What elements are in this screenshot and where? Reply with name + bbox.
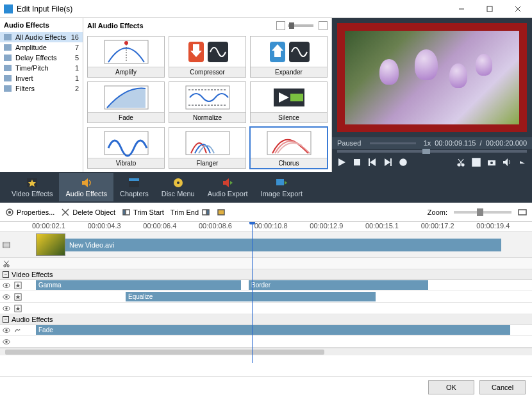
svg-marker-69 bbox=[16, 283, 21, 287]
current-time: 00:00:09.115 bbox=[435, 139, 476, 147]
svg-rect-54 bbox=[126, 210, 129, 215]
fx-clip-fade[interactable]: Fade bbox=[36, 325, 510, 335]
star-box-icon bbox=[14, 293, 22, 301]
effect-chorus[interactable]: Chorus bbox=[250, 127, 328, 169]
video-effects-section[interactable]: −Video Effects bbox=[0, 269, 532, 280]
tab-chapters[interactable]: Chapters bbox=[113, 173, 155, 201]
film-star-icon bbox=[26, 177, 38, 189]
category-invert[interactable]: Invert1 bbox=[0, 73, 83, 83]
effect-compressor[interactable]: Compressor bbox=[169, 36, 246, 78]
playhead[interactable] bbox=[252, 222, 253, 363]
eye-icon bbox=[3, 305, 10, 312]
effect-amplify[interactable]: Amplify bbox=[87, 36, 165, 78]
category-time-pitch[interactable]: Time/Pitch1 bbox=[0, 63, 83, 73]
audio-effects-section[interactable]: −Audio Effects bbox=[0, 314, 532, 325]
speed-slider[interactable] bbox=[370, 142, 415, 144]
tab-image-export[interactable]: Image Export bbox=[254, 173, 309, 201]
svg-point-35 bbox=[490, 162, 493, 164]
effect-fade[interactable]: Fade bbox=[87, 81, 165, 123]
snapshot-button[interactable] bbox=[487, 158, 496, 168]
audio-fx-track bbox=[0, 336, 532, 348]
category-filters[interactable]: Filters2 bbox=[0, 83, 83, 94]
folder-icon bbox=[4, 85, 12, 92]
fx-clip-gamma[interactable]: Gamma bbox=[36, 280, 241, 290]
track-controls[interactable] bbox=[0, 305, 31, 312]
loop-button[interactable] bbox=[399, 158, 408, 168]
zoom-fit-button[interactable] bbox=[518, 208, 527, 217]
svg-rect-41 bbox=[129, 181, 139, 187]
zoom-slider[interactable] bbox=[454, 211, 511, 214]
effect-silence[interactable]: Silence bbox=[250, 81, 328, 123]
volume-more-button[interactable] bbox=[518, 158, 527, 168]
timeline-scrollbar[interactable] bbox=[0, 348, 532, 355]
properties-button[interactable]: Properties... bbox=[5, 208, 54, 217]
svg-rect-57 bbox=[218, 210, 224, 215]
tab-audio-effects[interactable]: Audio Effects bbox=[59, 173, 113, 201]
tab-video-effects[interactable]: Video Effects bbox=[5, 173, 59, 201]
ok-button[interactable]: OK bbox=[428, 380, 474, 394]
category-delay-effects[interactable]: Delay Effects5 bbox=[0, 53, 83, 63]
effect-vibrato[interactable]: Vibrato bbox=[87, 127, 165, 169]
effect-normalize[interactable]: Normalize bbox=[169, 81, 246, 123]
svg-rect-55 bbox=[203, 210, 206, 215]
eye-icon bbox=[3, 293, 10, 301]
svg-point-6 bbox=[124, 41, 128, 45]
cut-button[interactable] bbox=[456, 158, 465, 168]
trim-start-button[interactable]: Trim Start bbox=[122, 208, 164, 217]
stop-button[interactable] bbox=[353, 158, 362, 168]
video-clip[interactable]: New Video.avi bbox=[36, 233, 501, 256]
delete-object-button[interactable]: Delete Object bbox=[61, 208, 115, 217]
svg-rect-42 bbox=[129, 178, 139, 181]
effect-expander[interactable]: Expander bbox=[250, 36, 328, 78]
trim-extra-button[interactable] bbox=[217, 208, 226, 217]
view-list-button[interactable] bbox=[276, 21, 285, 30]
track-controls[interactable] bbox=[0, 326, 31, 334]
expand-button[interactable] bbox=[472, 158, 481, 168]
track-controls[interactable] bbox=[0, 338, 31, 346]
svg-rect-24 bbox=[354, 159, 360, 165]
svg-marker-27 bbox=[385, 158, 390, 166]
tab-disc-menu[interactable]: Disc Menu bbox=[155, 173, 201, 201]
minimize-button[interactable] bbox=[447, 0, 476, 18]
effect-label: Vibrato bbox=[88, 158, 164, 168]
eye-icon bbox=[3, 326, 10, 334]
cut-track bbox=[0, 258, 532, 269]
star-box-icon bbox=[14, 305, 22, 312]
titlebar: Edit Input File(s) bbox=[0, 0, 532, 18]
fx-clip-border[interactable]: Border bbox=[249, 280, 428, 290]
timeline: 00:00:02.100:00:04.300:00:06.400:00:08.6… bbox=[0, 222, 532, 376]
prev-frame-button[interactable] bbox=[368, 158, 377, 168]
time-ruler[interactable]: 00:00:02.100:00:04.300:00:06.400:00:08.6… bbox=[0, 222, 532, 232]
svg-marker-40 bbox=[82, 178, 88, 187]
seek-slider[interactable] bbox=[337, 150, 527, 153]
track-controls[interactable] bbox=[0, 282, 31, 289]
close-button[interactable] bbox=[504, 0, 532, 18]
svg-rect-26 bbox=[369, 158, 370, 166]
next-frame-button[interactable] bbox=[383, 158, 392, 168]
track-controls[interactable] bbox=[0, 293, 31, 301]
volume-button[interactable] bbox=[503, 158, 511, 168]
audio-in-icon bbox=[14, 326, 22, 334]
maximize-button[interactable] bbox=[476, 0, 504, 18]
trim-end-button[interactable]: Trim End bbox=[170, 208, 210, 217]
play-button[interactable] bbox=[337, 158, 346, 168]
folder-icon bbox=[4, 34, 12, 40]
cancel-button[interactable]: Cancel bbox=[479, 380, 526, 394]
view-grid-button[interactable] bbox=[319, 21, 328, 30]
fx-clip-equalize[interactable]: Equalize bbox=[126, 292, 376, 301]
category-all-audio-effects[interactable]: All Audio Effects16 bbox=[0, 32, 83, 42]
thumb-size-slider[interactable] bbox=[288, 24, 313, 27]
svg-point-71 bbox=[5, 296, 7, 298]
tab-audio-export[interactable]: Audio Export bbox=[201, 173, 254, 201]
effect-label: Chorus bbox=[251, 158, 327, 168]
image-export-icon bbox=[276, 177, 287, 189]
svg-rect-47 bbox=[276, 179, 284, 185]
timeline-toolbar: Properties... Delete Object Trim Start T… bbox=[0, 203, 532, 222]
effect-flanger[interactable]: Flanger bbox=[169, 127, 246, 169]
effect-label: Normalize bbox=[169, 113, 245, 122]
speaker-icon bbox=[81, 177, 92, 189]
folder-icon bbox=[4, 65, 12, 71]
app-icon bbox=[4, 4, 13, 13]
svg-rect-28 bbox=[390, 158, 392, 166]
category-amplitude[interactable]: Amplitude7 bbox=[0, 42, 83, 53]
